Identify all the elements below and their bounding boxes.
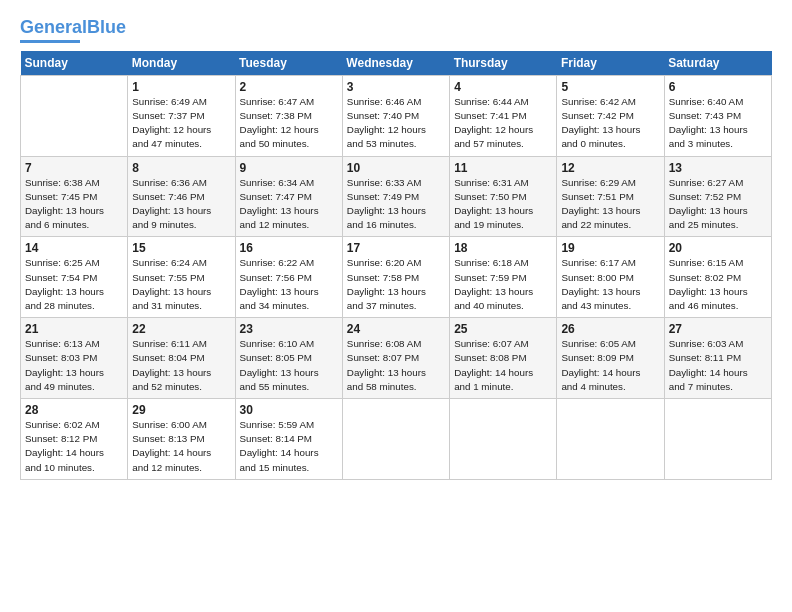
col-header-friday: Friday <box>557 51 664 76</box>
col-header-saturday: Saturday <box>664 51 771 76</box>
calendar-cell: 22Sunrise: 6:11 AM Sunset: 8:04 PM Dayli… <box>128 318 235 399</box>
calendar-cell: 14Sunrise: 6:25 AM Sunset: 7:54 PM Dayli… <box>21 237 128 318</box>
day-number: 5 <box>561 80 659 94</box>
calendar-cell: 9Sunrise: 6:34 AM Sunset: 7:47 PM Daylig… <box>235 156 342 237</box>
calendar-cell: 15Sunrise: 6:24 AM Sunset: 7:55 PM Dayli… <box>128 237 235 318</box>
calendar-cell: 25Sunrise: 6:07 AM Sunset: 8:08 PM Dayli… <box>450 318 557 399</box>
day-number: 27 <box>669 322 767 336</box>
day-number: 17 <box>347 241 445 255</box>
day-number: 8 <box>132 161 230 175</box>
day-number: 16 <box>240 241 338 255</box>
week-row-2: 7Sunrise: 6:38 AM Sunset: 7:45 PM Daylig… <box>21 156 772 237</box>
day-info: Sunrise: 6:25 AM Sunset: 7:54 PM Dayligh… <box>25 256 123 313</box>
calendar-cell: 16Sunrise: 6:22 AM Sunset: 7:56 PM Dayli… <box>235 237 342 318</box>
day-info: Sunrise: 6:13 AM Sunset: 8:03 PM Dayligh… <box>25 337 123 394</box>
calendar-cell: 29Sunrise: 6:00 AM Sunset: 8:13 PM Dayli… <box>128 399 235 480</box>
col-header-thursday: Thursday <box>450 51 557 76</box>
calendar-cell: 1Sunrise: 6:49 AM Sunset: 7:37 PM Daylig… <box>128 75 235 156</box>
day-info: Sunrise: 6:46 AM Sunset: 7:40 PM Dayligh… <box>347 95 445 152</box>
day-number: 3 <box>347 80 445 94</box>
day-number: 21 <box>25 322 123 336</box>
calendar-cell: 21Sunrise: 6:13 AM Sunset: 8:03 PM Dayli… <box>21 318 128 399</box>
calendar-cell: 8Sunrise: 6:36 AM Sunset: 7:46 PM Daylig… <box>128 156 235 237</box>
day-info: Sunrise: 5:59 AM Sunset: 8:14 PM Dayligh… <box>240 418 338 475</box>
calendar-cell: 18Sunrise: 6:18 AM Sunset: 7:59 PM Dayli… <box>450 237 557 318</box>
calendar-cell: 7Sunrise: 6:38 AM Sunset: 7:45 PM Daylig… <box>21 156 128 237</box>
week-row-3: 14Sunrise: 6:25 AM Sunset: 7:54 PM Dayli… <box>21 237 772 318</box>
calendar-cell: 2Sunrise: 6:47 AM Sunset: 7:38 PM Daylig… <box>235 75 342 156</box>
day-info: Sunrise: 6:47 AM Sunset: 7:38 PM Dayligh… <box>240 95 338 152</box>
calendar-cell: 30Sunrise: 5:59 AM Sunset: 8:14 PM Dayli… <box>235 399 342 480</box>
logo-underline <box>20 40 80 43</box>
day-number: 13 <box>669 161 767 175</box>
page-container: GeneralBlue SundayMondayTuesdayWednesday… <box>0 0 792 490</box>
day-info: Sunrise: 6:44 AM Sunset: 7:41 PM Dayligh… <box>454 95 552 152</box>
week-row-4: 21Sunrise: 6:13 AM Sunset: 8:03 PM Dayli… <box>21 318 772 399</box>
day-info: Sunrise: 6:34 AM Sunset: 7:47 PM Dayligh… <box>240 176 338 233</box>
day-number: 10 <box>347 161 445 175</box>
day-number: 25 <box>454 322 552 336</box>
calendar-cell <box>557 399 664 480</box>
calendar-cell: 13Sunrise: 6:27 AM Sunset: 7:52 PM Dayli… <box>664 156 771 237</box>
day-info: Sunrise: 6:08 AM Sunset: 8:07 PM Dayligh… <box>347 337 445 394</box>
day-number: 12 <box>561 161 659 175</box>
calendar-cell: 10Sunrise: 6:33 AM Sunset: 7:49 PM Dayli… <box>342 156 449 237</box>
calendar-cell: 11Sunrise: 6:31 AM Sunset: 7:50 PM Dayli… <box>450 156 557 237</box>
day-number: 30 <box>240 403 338 417</box>
day-info: Sunrise: 6:17 AM Sunset: 8:00 PM Dayligh… <box>561 256 659 313</box>
calendar-cell: 12Sunrise: 6:29 AM Sunset: 7:51 PM Dayli… <box>557 156 664 237</box>
calendar-cell <box>450 399 557 480</box>
day-info: Sunrise: 6:36 AM Sunset: 7:46 PM Dayligh… <box>132 176 230 233</box>
col-header-monday: Monday <box>128 51 235 76</box>
calendar-cell: 28Sunrise: 6:02 AM Sunset: 8:12 PM Dayli… <box>21 399 128 480</box>
day-info: Sunrise: 6:00 AM Sunset: 8:13 PM Dayligh… <box>132 418 230 475</box>
day-number: 22 <box>132 322 230 336</box>
calendar-cell: 24Sunrise: 6:08 AM Sunset: 8:07 PM Dayli… <box>342 318 449 399</box>
calendar-cell <box>342 399 449 480</box>
day-info: Sunrise: 6:03 AM Sunset: 8:11 PM Dayligh… <box>669 337 767 394</box>
day-number: 11 <box>454 161 552 175</box>
calendar-cell: 19Sunrise: 6:17 AM Sunset: 8:00 PM Dayli… <box>557 237 664 318</box>
day-info: Sunrise: 6:33 AM Sunset: 7:49 PM Dayligh… <box>347 176 445 233</box>
day-number: 24 <box>347 322 445 336</box>
day-info: Sunrise: 6:38 AM Sunset: 7:45 PM Dayligh… <box>25 176 123 233</box>
logo-text: GeneralBlue <box>20 18 126 38</box>
calendar-cell: 17Sunrise: 6:20 AM Sunset: 7:58 PM Dayli… <box>342 237 449 318</box>
day-info: Sunrise: 6:20 AM Sunset: 7:58 PM Dayligh… <box>347 256 445 313</box>
day-number: 26 <box>561 322 659 336</box>
day-number: 9 <box>240 161 338 175</box>
day-info: Sunrise: 6:40 AM Sunset: 7:43 PM Dayligh… <box>669 95 767 152</box>
day-number: 23 <box>240 322 338 336</box>
col-header-tuesday: Tuesday <box>235 51 342 76</box>
day-info: Sunrise: 6:05 AM Sunset: 8:09 PM Dayligh… <box>561 337 659 394</box>
day-info: Sunrise: 6:18 AM Sunset: 7:59 PM Dayligh… <box>454 256 552 313</box>
day-number: 20 <box>669 241 767 255</box>
day-number: 19 <box>561 241 659 255</box>
week-row-1: 1Sunrise: 6:49 AM Sunset: 7:37 PM Daylig… <box>21 75 772 156</box>
day-number: 15 <box>132 241 230 255</box>
calendar-cell: 6Sunrise: 6:40 AM Sunset: 7:43 PM Daylig… <box>664 75 771 156</box>
day-number: 2 <box>240 80 338 94</box>
calendar-cell <box>21 75 128 156</box>
col-header-sunday: Sunday <box>21 51 128 76</box>
day-info: Sunrise: 6:31 AM Sunset: 7:50 PM Dayligh… <box>454 176 552 233</box>
day-info: Sunrise: 6:07 AM Sunset: 8:08 PM Dayligh… <box>454 337 552 394</box>
day-number: 14 <box>25 241 123 255</box>
day-number: 29 <box>132 403 230 417</box>
calendar-cell: 3Sunrise: 6:46 AM Sunset: 7:40 PM Daylig… <box>342 75 449 156</box>
col-header-wednesday: Wednesday <box>342 51 449 76</box>
day-info: Sunrise: 6:42 AM Sunset: 7:42 PM Dayligh… <box>561 95 659 152</box>
day-number: 1 <box>132 80 230 94</box>
day-number: 7 <box>25 161 123 175</box>
day-info: Sunrise: 6:29 AM Sunset: 7:51 PM Dayligh… <box>561 176 659 233</box>
calendar-table: SundayMondayTuesdayWednesdayThursdayFrid… <box>20 51 772 480</box>
calendar-cell: 23Sunrise: 6:10 AM Sunset: 8:05 PM Dayli… <box>235 318 342 399</box>
day-number: 28 <box>25 403 123 417</box>
calendar-cell: 4Sunrise: 6:44 AM Sunset: 7:41 PM Daylig… <box>450 75 557 156</box>
day-info: Sunrise: 6:49 AM Sunset: 7:37 PM Dayligh… <box>132 95 230 152</box>
day-number: 4 <box>454 80 552 94</box>
calendar-cell: 20Sunrise: 6:15 AM Sunset: 8:02 PM Dayli… <box>664 237 771 318</box>
day-number: 6 <box>669 80 767 94</box>
header: GeneralBlue <box>20 18 772 43</box>
header-row: SundayMondayTuesdayWednesdayThursdayFrid… <box>21 51 772 76</box>
